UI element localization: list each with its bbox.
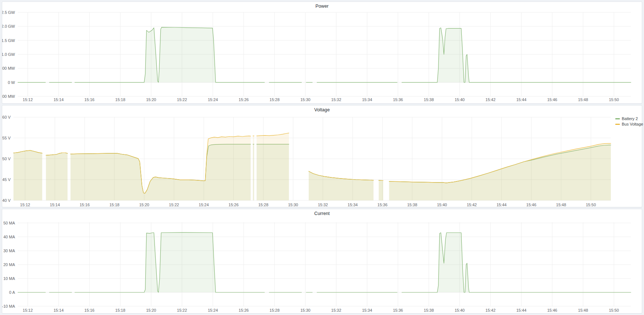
panel-power: Power 2.5 GW2.0 GW1.5 GW1.0 GW500 MW0 W-… (2, 1, 642, 104)
series-fill (257, 133, 289, 200)
x-axis-tick-label: 15:20 (146, 97, 156, 102)
series-fill (75, 27, 265, 82)
x-axis-tick-label: 15:46 (547, 97, 557, 102)
x-axis-tick-label: 15:30 (300, 97, 311, 102)
x-axis-tick-label: 15:40 (437, 203, 447, 207)
y-axis-tick-label: 0 W (8, 80, 15, 85)
series-current (18, 233, 631, 292)
series-bus-voltage (13, 133, 611, 200)
voltage-legend: Battery 2Bus Voltage (615, 116, 643, 126)
x-axis-tick-label: 15:30 (288, 203, 298, 207)
y-axis-tick-label: 50 MA (3, 221, 15, 225)
x-axis-tick-label: 15:50 (609, 308, 619, 312)
x-axis-tick-label: 15:30 (300, 308, 311, 312)
x-axis-tick-label: 15:46 (547, 308, 557, 312)
x-axis-tick-label: 15:28 (270, 308, 280, 312)
series-fill (75, 233, 265, 292)
x-axis-tick-label: 15:42 (467, 203, 477, 207)
legend-label: Bus Voltage (622, 122, 643, 126)
series-fill (71, 136, 251, 200)
x-axis-tick-label: 15:24 (208, 308, 218, 312)
series-fill (379, 180, 383, 200)
legend-item-battery-2[interactable]: Battery 2 (615, 116, 643, 121)
series-line (402, 233, 631, 293)
y-axis-tick-label: 500 MW (2, 66, 15, 70)
x-axis-tick-label: 15:14 (50, 203, 60, 207)
panel-current: Current 50 MA40 MA30 MA20 MA10 MA0 A-10 … (2, 209, 642, 314)
y-axis-tick-label: 20 MA (3, 262, 15, 267)
x-axis-tick-label: 15:40 (454, 97, 465, 102)
x-axis-tick-label: 15:36 (378, 203, 388, 207)
x-axis-tick-label: 15:42 (485, 308, 496, 312)
series-fill (309, 171, 374, 200)
x-axis-tick-label: 15:24 (199, 203, 209, 207)
current-chart-svg[interactable]: 50 MA40 MA30 MA20 MA10 MA0 A-10 MA15:121… (2, 209, 642, 313)
x-axis-tick-label: 15:14 (54, 308, 64, 312)
gridlines (18, 12, 631, 96)
x-axis-tick-label: 15:32 (318, 203, 328, 207)
panel-voltage: Voltage 60 V55 V50 V45 V40 V15:1215:1415… (2, 105, 642, 207)
x-axis-tick-label: 15:26 (239, 308, 249, 312)
x-axis-tick-label: 15:20 (146, 308, 156, 312)
x-axis-tick-label: 15:34 (348, 203, 358, 207)
x-axis-tick-label: 15:50 (609, 97, 619, 102)
x-axis-tick-label: 15:12 (23, 308, 33, 312)
x-axis-tick-label: 15:32 (331, 97, 341, 102)
x-axis-tick-label: 15:44 (516, 97, 527, 102)
x-axis-tick-label: 15:48 (578, 308, 588, 312)
y-axis-tick-label: 1.0 GW (2, 52, 15, 57)
y-axis-tick-label: 30 MA (3, 249, 15, 253)
voltage-chart-svg[interactable]: 60 V55 V50 V45 V40 V15:1215:1415:1615:18… (2, 105, 642, 207)
y-axis-tick-label: 0 A (9, 290, 15, 295)
power-chart-svg[interactable]: 2.5 GW2.0 GW1.5 GW1.0 GW500 MW0 W-500 MW… (2, 2, 642, 103)
x-axis-tick-label: 15:18 (115, 97, 125, 102)
x-axis-tick-label: 15:16 (85, 308, 95, 312)
y-axis-tick-label: 50 V (2, 157, 11, 161)
y-axis-tick-label: 1.5 GW (2, 38, 15, 43)
series-fill (389, 143, 611, 200)
x-axis-tick-label: 15:36 (393, 308, 403, 312)
x-axis-tick-label: 15:12 (23, 97, 33, 102)
x-axis-tick-label: 15:22 (177, 308, 187, 312)
x-axis-tick-label: 15:34 (362, 97, 372, 102)
y-axis-tick-label: 55 V (2, 136, 11, 140)
x-axis-tick-label: 15:48 (578, 97, 588, 102)
x-axis-tick-label: 15:26 (239, 97, 249, 102)
y-axis-tick-label: 60 V (2, 115, 11, 119)
series-fill (13, 150, 42, 200)
series-fill (402, 28, 631, 82)
series-fill (253, 136, 254, 200)
grafana-dashboard: { "dashboard": { "bg_color": "#eff2f6", … (0, 0, 644, 315)
x-axis-tick-label: 15:14 (54, 97, 64, 102)
y-axis-tick-label: 10 MA (3, 276, 15, 281)
x-axis-tick-label: 15:22 (169, 203, 179, 207)
x-axis-tick-label: 15:22 (177, 97, 187, 102)
x-axis-tick-label: 15:42 (485, 97, 496, 102)
y-axis-tick-label: 45 V (2, 177, 11, 182)
legend-item-bus-voltage[interactable]: Bus Voltage (615, 122, 643, 126)
y-axis-tick-label: 2.0 GW (2, 24, 15, 28)
x-axis-tick-label: 15:26 (229, 203, 239, 207)
legend-swatch-icon (615, 124, 620, 125)
y-axis-tick-label: 2.5 GW (2, 10, 15, 15)
legend-label: Battery 2 (622, 116, 638, 121)
x-axis-tick-label: 15:18 (115, 308, 125, 312)
x-axis-tick-label: 15:44 (496, 203, 507, 207)
y-axis-tick-label: -500 MW (2, 94, 15, 99)
x-axis-tick-label: 15:32 (331, 308, 341, 312)
series-line (402, 28, 631, 82)
y-axis-tick-label: 40 MA (3, 235, 15, 239)
x-axis-tick-label: 15:44 (516, 308, 527, 312)
x-axis-tick-label: 15:16 (85, 97, 95, 102)
x-axis-tick-label: 15:38 (424, 308, 434, 312)
x-axis-tick-label: 15:28 (270, 97, 280, 102)
x-axis-tick-label: 15:50 (586, 203, 596, 207)
series-fill (46, 153, 67, 201)
x-axis-tick-label: 15:20 (139, 203, 149, 207)
x-axis-tick-label: 15:36 (393, 97, 403, 102)
x-axis-tick-label: 15:34 (362, 308, 372, 312)
y-axis-tick-label: 40 V (2, 198, 11, 203)
series-fill (402, 233, 631, 293)
x-axis-tick-label: 15:48 (556, 203, 566, 207)
x-axis-tick-label: 15:38 (424, 97, 434, 102)
